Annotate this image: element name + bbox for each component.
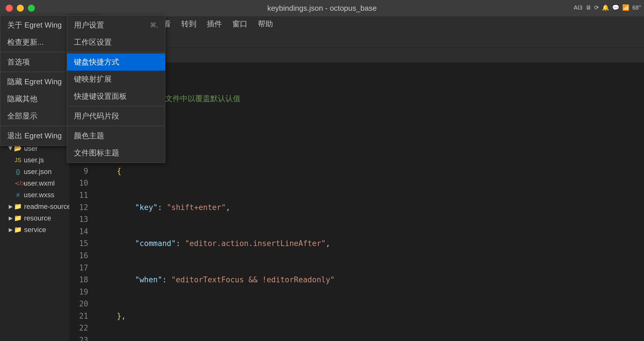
traffic-lights [6,5,35,12]
code-line-6: "when": "editorTextFocus && !editorReado… [99,274,638,286]
folder-icon: 📁 [14,226,22,234]
arrow-icon: ▶ [9,227,13,233]
item-label: readme-source [24,202,70,211]
code-line-4: "key": "shift+enter", [99,202,638,214]
pref-color-theme[interactable]: 颜色主题 [67,127,165,144]
menu-help[interactable]: 帮助 [253,17,278,31]
sidebar-item-readme-source[interactable]: ▶ 📁 readme-source [0,201,69,212]
monitor-icon: 🖥 [585,4,591,11]
pref-shortcut-panel[interactable]: 快捷键设置面板 [67,88,165,105]
hide-label: 隐藏 Egret Wing [7,77,62,87]
menu-goto[interactable]: 转到 [176,17,202,31]
line-num-12: 12 [70,202,88,214]
wxss-file-icon: # [15,192,21,198]
menu-window[interactable]: 窗口 [227,17,253,31]
sidebar-item-service[interactable]: ▶ 📁 service [0,224,69,236]
hideothers-label: 隐藏其他 [7,94,37,104]
pref-key-mapping[interactable]: 键映射扩展 [67,71,165,88]
user-settings-label: 用户设置 [74,20,104,30]
item-label: service [24,226,46,234]
line-num-23: 23 [70,334,88,341]
code-line-3: { [99,165,638,177]
preferences-submenu: 用户设置 ⌘, 工作区设置 键盘快捷方式 键映射扩展 快捷键设置面板 用户代码片… [67,15,165,163]
pref-keyboard-shortcuts[interactable]: 键盘快捷方式 [67,53,165,71]
network-icon: ⟳ [594,4,599,11]
line-num-10: 10 [70,177,88,189]
wxml-file-icon: ≺/≻ [15,180,21,187]
arrow-icon: ▶ [8,146,14,150]
line-num-11: 11 [70,189,88,202]
code-line-5: "command": "editor.action.insertLineAfte… [99,238,638,250]
sidebar-item-user-wxml[interactable]: ≺/≻ user.wxml [0,177,69,189]
folder-icon: 📁 [14,214,22,222]
line-num-15: 15 [70,238,88,250]
item-label: user.wxml [24,179,55,187]
line-num-17: 17 [70,262,88,274]
pref-file-icon-theme[interactable]: 文件图标主题 [67,144,165,161]
line-num-9: 9 [70,165,88,177]
line-num-16: 16 [70,250,88,262]
pref-sep-3 [67,126,165,126]
pref-sep-2 [67,106,165,106]
line-num-22: 22 [70,322,88,334]
code-line-7: }, [99,310,638,322]
minimize-button[interactable] [17,5,24,12]
js-file-icon: JS [15,157,21,164]
sidebar-item-user-wxss[interactable]: # user.wxss [0,189,69,201]
line-num-14: 14 [70,226,88,238]
close-button[interactable] [6,5,13,12]
bell-icon: 🔔 [602,4,609,11]
arrow-icon: ▶ [9,203,13,210]
user-settings-shortcut: ⌘, [150,21,158,29]
maximize-button[interactable] [28,5,35,12]
pref-sep-1 [67,52,165,52]
line-num-13: 13 [70,213,88,226]
item-label: user.wxss [24,191,54,199]
clock-icon: 68° [632,4,641,11]
item-label: user.js [24,156,44,164]
json-file-icon: {} [15,168,21,175]
menu-plugin[interactable]: 插件 [202,17,227,31]
code-line-1: // 将键绑定放入此文件中以覆盖默认认值 [99,93,638,105]
line-num-18: 18 [70,274,88,286]
sidebar-item-user-js[interactable]: JS user.js [0,154,69,166]
item-label: user.json [24,168,52,176]
code-line-2: [ [99,129,638,141]
line-num-19: 19 [70,286,88,298]
arrow-icon: ▶ [9,215,13,221]
pref-user-settings[interactable]: 用户设置 ⌘, [67,17,165,34]
system-tray: AI3 🖥 ⟳ 🔔 💬 📶 68° [574,0,641,15]
wifi-icon: 📶 [622,4,629,11]
sidebar-item-user-json[interactable]: {} user.json [0,166,69,177]
item-label: resource [24,214,51,222]
pref-user-snippets[interactable]: 用户代码片段 [67,107,165,125]
quit-label: 退出 Egret Wing [7,131,62,141]
ai3-icon: AI3 [574,4,583,11]
line-num-21: 21 [70,310,88,322]
titlebar: keybindings.json - octopus_base AI3 🖥 ⟳ … [0,0,644,16]
folder-icon: 📁 [14,203,22,210]
sidebar-item-resource[interactable]: ▶ 📁 resource [0,212,69,224]
line-num-20: 20 [70,298,88,310]
window-title: keybindings.json - octopus_base [267,4,377,13]
code-content[interactable]: // 将键绑定放入此文件中以覆盖默认认值 [ { "key": "shift+e… [93,63,644,341]
chat-icon: 💬 [612,4,619,11]
pref-workspace-settings[interactable]: 工作区设置 [67,34,165,51]
